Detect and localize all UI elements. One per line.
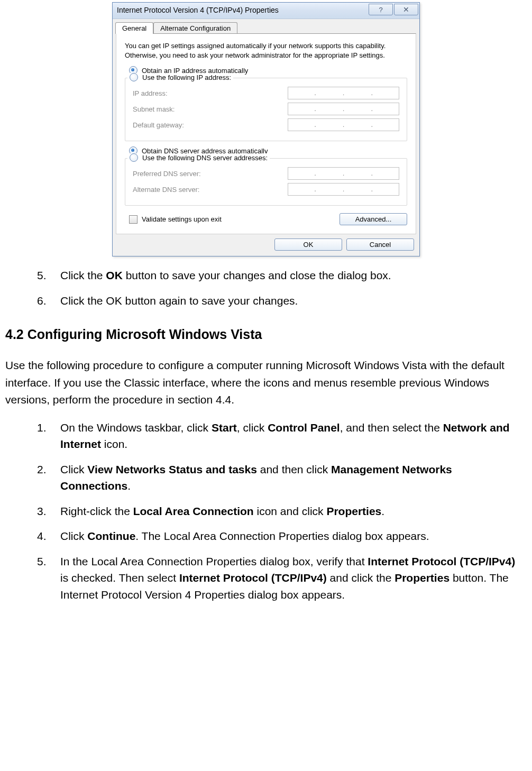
instruction-step: 1.On the Windows taskbar, click Start, c… xyxy=(37,419,516,453)
tab-general-content: You can get IP settings assigned automat… xyxy=(116,33,416,234)
step-text: In the Local Area Connection Properties … xyxy=(60,553,516,603)
instruction-step: 4.Click Continue. The Local Area Connect… xyxy=(37,528,516,545)
step-number: 1. xyxy=(37,419,50,453)
tcpip-properties-dialog: Internet Protocol Version 4 (TCP/IPv4) P… xyxy=(112,2,420,256)
alternate-dns-input[interactable]: ... xyxy=(288,183,399,196)
ip-address-input[interactable]: ... xyxy=(288,87,399,99)
preferred-dns-label: Preferred DNS server: xyxy=(133,170,201,178)
dialog-screenshot: Internet Protocol Version 4 (TCP/IPv4) P… xyxy=(5,0,527,267)
radio-icon xyxy=(130,153,138,162)
dns-manual-fieldset: Use the following DNS server addresses: … xyxy=(125,158,407,206)
instruction-step: 6.Click the OK button again to save your… xyxy=(37,292,516,309)
ip-manual-fieldset: Use the following IP address: IP address… xyxy=(125,78,407,141)
instruction-list: 1.On the Windows taskbar, click Start, c… xyxy=(5,419,527,603)
advanced-button[interactable]: Advanced... xyxy=(340,213,407,225)
instruction-step: 3.Right-click the Local Area Connection … xyxy=(37,503,516,520)
checkbox-label: Validate settings upon exit xyxy=(142,215,222,223)
step-number: 5. xyxy=(37,267,50,284)
step-number: 5. xyxy=(37,553,50,603)
tab-strip: General Alternate Configuration xyxy=(115,22,416,34)
ok-button[interactable]: OK xyxy=(274,238,342,251)
window-controls: ? ✕ xyxy=(368,3,419,19)
help-button[interactable]: ? xyxy=(369,4,393,15)
instruction-step: 5.Click the OK button to save your chang… xyxy=(37,267,516,284)
step-number: 3. xyxy=(37,503,50,520)
subnet-mask-input[interactable]: ... xyxy=(288,103,399,115)
step-text: Click View Networks Status and tasks and… xyxy=(60,461,516,494)
radio-use-following-dns[interactable]: Use the following DNS server addresses: xyxy=(127,153,270,162)
step-text: On the Windows taskbar, click Start, cli… xyxy=(60,419,516,453)
tab-general[interactable]: General xyxy=(115,22,153,34)
step-number: 2. xyxy=(37,461,50,494)
step-number: 4. xyxy=(37,528,50,545)
dialog-footer: OK Cancel xyxy=(113,234,419,256)
checkbox-icon xyxy=(129,215,137,224)
radio-label: Use the following IP address: xyxy=(142,74,231,81)
default-gateway-label: Default gateway: xyxy=(133,121,184,129)
cancel-button[interactable]: Cancel xyxy=(346,238,414,251)
instruction-step: 2.Click View Networks Status and tasks a… xyxy=(37,461,516,494)
tab-alternate-configuration[interactable]: Alternate Configuration xyxy=(153,22,237,34)
instruction-step: 5.In the Local Area Connection Propertie… xyxy=(37,553,516,603)
window-title: Internet Protocol Version 4 (TCP/IPv4) P… xyxy=(113,3,283,19)
instruction-list-continued: 5.Click the OK button to save your chang… xyxy=(5,267,527,309)
default-gateway-input[interactable]: ... xyxy=(288,118,399,131)
radio-use-following-ip[interactable]: Use the following IP address: xyxy=(127,73,233,81)
section-intro: Use the following procedure to configure… xyxy=(5,357,521,409)
preferred-dns-input[interactable]: ... xyxy=(288,167,399,180)
ip-address-label: IP address: xyxy=(133,89,168,97)
titlebar: Internet Protocol Version 4 (TCP/IPv4) P… xyxy=(113,3,419,19)
step-text: Click the OK button again to save your c… xyxy=(60,292,516,309)
validate-settings-checkbox[interactable]: Validate settings upon exit xyxy=(129,215,222,224)
close-button[interactable]: ✕ xyxy=(394,4,418,15)
section-heading: 4.2 Configuring Microsoft Windows Vista xyxy=(5,327,527,342)
alternate-dns-label: Alternate DNS server: xyxy=(133,186,199,194)
description-text: You can get IP settings assigned automat… xyxy=(125,41,407,60)
subnet-mask-label: Subnet mask: xyxy=(133,105,175,113)
radio-label: Use the following DNS server addresses: xyxy=(142,154,268,162)
step-number: 6. xyxy=(37,292,50,309)
step-text: Click Continue. The Local Area Connectio… xyxy=(60,528,516,545)
step-text: Click the OK button to save your changes… xyxy=(60,267,516,284)
radio-icon xyxy=(130,73,138,81)
step-text: Right-click the Local Area Connection ic… xyxy=(60,503,516,520)
